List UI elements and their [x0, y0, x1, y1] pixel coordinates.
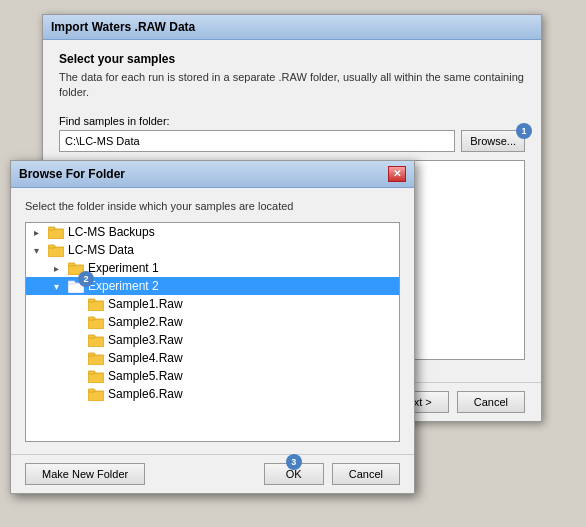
browse-dialog-title: Browse For Folder: [19, 167, 125, 181]
tree-item[interactable]: Sample3.Raw: [26, 331, 399, 349]
folder-icon: [88, 369, 104, 383]
tree-item[interactable]: ▾ LC-MS Data: [26, 241, 399, 259]
browse-cancel-button[interactable]: Cancel: [332, 463, 400, 485]
svg-rect-12: [88, 337, 104, 347]
svg-rect-17: [88, 371, 95, 374]
section-header: Select your samples: [59, 52, 525, 66]
ok-badge: 3: [286, 454, 302, 470]
tree-item-label: Sample1.Raw: [108, 297, 183, 311]
import-dialog-titlebar: Import Waters .RAW Data: [43, 15, 541, 40]
cancel-button[interactable]: Cancel: [457, 391, 525, 413]
svg-rect-8: [88, 301, 104, 311]
tree-item-label: Sample3.Raw: [108, 333, 183, 347]
tree-item[interactable]: ▾ 2 Experiment 2: [26, 277, 399, 295]
svg-rect-3: [48, 245, 55, 248]
folder-icon: [48, 243, 64, 257]
tree-item[interactable]: Sample6.Raw: [26, 385, 399, 403]
folder-icon: [88, 333, 104, 347]
svg-rect-1: [48, 227, 55, 230]
folder-input[interactable]: [59, 130, 455, 152]
experiment2-badge: 2: [78, 271, 94, 287]
tree-item[interactable]: Sample1.Raw: [26, 295, 399, 313]
tree-item[interactable]: Sample4.Raw: [26, 349, 399, 367]
tree-item[interactable]: Sample5.Raw: [26, 367, 399, 385]
folder-icon: [88, 297, 104, 311]
svg-rect-0: [48, 229, 64, 239]
browse-dialog-body: Select the folder inside which your samp…: [11, 188, 414, 454]
ok-button-wrap: 3 OK: [264, 463, 324, 485]
svg-rect-13: [88, 335, 95, 338]
experiment2-label-wrap: 2 Experiment 2: [88, 279, 159, 293]
folder-icon: [88, 315, 104, 329]
browse-dialog-titlebar: Browse For Folder ✕: [11, 161, 414, 188]
tree-item-label: LC-MS Data: [68, 243, 134, 257]
svg-rect-19: [88, 389, 95, 392]
tree-expander: ▾: [34, 245, 48, 256]
browse-description: Select the folder inside which your samp…: [25, 200, 400, 212]
tree-item[interactable]: Sample2.Raw: [26, 313, 399, 331]
folder-icon: [88, 351, 104, 365]
browse-footer-right: 3 OK Cancel: [264, 463, 400, 485]
close-icon: ✕: [393, 169, 401, 179]
svg-rect-5: [68, 263, 75, 266]
close-button[interactable]: ✕: [388, 166, 406, 182]
folder-icon: [88, 387, 104, 401]
tree-item-label: Experiment 2: [88, 279, 159, 293]
svg-rect-2: [48, 247, 64, 257]
svg-rect-14: [88, 355, 104, 365]
tree-item-label: Sample5.Raw: [108, 369, 183, 383]
tree-item-label: LC-MS Backups: [68, 225, 155, 239]
svg-rect-11: [88, 317, 95, 320]
browse-button[interactable]: Browse... 1: [461, 130, 525, 152]
svg-rect-9: [88, 299, 95, 302]
make-new-folder-button[interactable]: Make New Folder: [25, 463, 145, 485]
folder-icon: [48, 225, 64, 239]
svg-rect-7: [68, 281, 75, 284]
folder-tree[interactable]: ▸ LC-MS Backups▾ LC-MS Data▸ Experiment …: [25, 222, 400, 442]
tree-item-label: Experiment 1: [88, 261, 159, 275]
svg-rect-15: [88, 353, 95, 356]
tree-item[interactable]: ▸ LC-MS Backups: [26, 223, 399, 241]
tree-item-label: Sample6.Raw: [108, 387, 183, 401]
svg-rect-16: [88, 373, 104, 383]
section-desc: The data for each run is stored in a sep…: [59, 70, 525, 101]
import-dialog-title: Import Waters .RAW Data: [51, 20, 195, 34]
browse-dialog: Browse For Folder ✕ Select the folder in…: [10, 160, 415, 494]
svg-rect-10: [88, 319, 104, 329]
svg-rect-18: [88, 391, 104, 401]
tree-item-label: Sample2.Raw: [108, 315, 183, 329]
folder-row: Browse... 1: [59, 130, 525, 152]
tree-expander: ▾: [54, 281, 68, 292]
folder-field-label: Find samples in folder:: [59, 115, 525, 127]
tree-item-label: Sample4.Raw: [108, 351, 183, 365]
browse-badge: 1: [516, 123, 532, 139]
tree-expander: ▸: [54, 263, 68, 274]
browse-dialog-footer: Make New Folder 3 OK Cancel: [11, 454, 414, 493]
tree-expander: ▸: [34, 227, 48, 238]
